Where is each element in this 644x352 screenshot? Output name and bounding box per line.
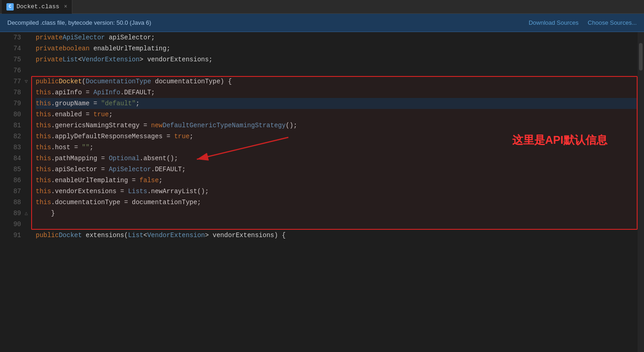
vertical-scrollbar[interactable] xyxy=(638,32,644,352)
fold-marker xyxy=(25,230,31,241)
code-line: private boolean enableUrlTemplating; xyxy=(36,43,638,54)
code-line xyxy=(36,219,638,230)
code-line: this.groupName = "default"; xyxy=(36,98,638,109)
line-number: 86 xyxy=(4,175,21,186)
scrollbar-thumb[interactable] xyxy=(639,43,643,70)
code-line: public Docket extensions(List<VendorExte… xyxy=(36,230,638,241)
code-line: this.enabled = true; xyxy=(36,109,638,120)
fold-marker xyxy=(25,164,31,175)
line-number: 89 xyxy=(4,208,21,219)
info-actions: Download Sources Choose Sources... xyxy=(529,19,637,26)
line-number: 82 xyxy=(4,131,21,142)
line-number: 73 xyxy=(4,32,21,43)
fold-marker xyxy=(25,153,31,164)
fold-marker xyxy=(25,131,31,142)
code-line xyxy=(36,65,638,76)
code-line: this.applyDefaultResponseMessages = true… xyxy=(36,131,638,142)
code-line: private List<VendorExtension> vendorExte… xyxy=(36,54,638,65)
fold-marker xyxy=(25,219,31,230)
code-line: private ApiSelector apiSelector; xyxy=(36,32,638,43)
fold-gutter: ▽△ xyxy=(25,32,31,352)
info-bar: Decompiled .class file, bytecode version… xyxy=(0,14,644,32)
code-wrapper: 73747576777879808182838485868788899091 ▽… xyxy=(0,32,644,352)
line-number: 78 xyxy=(4,87,21,98)
code-line: this.documentationType = documentationTy… xyxy=(36,197,638,208)
code-line: this.genericsNamingStrategy = new Defaul… xyxy=(36,120,638,131)
fold-marker xyxy=(25,43,31,54)
fold-marker xyxy=(25,54,31,65)
fold-marker xyxy=(25,120,31,131)
code-line: public Docket(DocumentationType document… xyxy=(36,76,638,87)
line-number: 91 xyxy=(4,230,21,241)
tab-label: Docket.class xyxy=(16,3,60,10)
line-number: 76 xyxy=(4,65,21,76)
code-line: this.apiInfo = ApiInfo.DEFAULT; xyxy=(36,87,638,98)
code-area: 73747576777879808182838485868788899091 ▽… xyxy=(0,32,644,352)
tab-close-icon[interactable]: × xyxy=(64,4,67,10)
fold-marker xyxy=(25,197,31,208)
fold-marker xyxy=(25,65,31,76)
fold-marker: △ xyxy=(25,208,31,219)
line-number: 75 xyxy=(4,54,21,65)
choose-sources-link[interactable]: Choose Sources... xyxy=(588,19,637,26)
code-line: this.enableUrlTemplating = false; xyxy=(36,175,638,186)
line-numbers-col: 73747576777879808182838485868788899091 xyxy=(4,32,25,352)
fold-marker xyxy=(25,32,31,43)
line-number: 84 xyxy=(4,153,21,164)
line-number: 80 xyxy=(4,109,21,120)
line-number: 85 xyxy=(4,164,21,175)
line-number: 81 xyxy=(4,120,21,131)
download-sources-link[interactable]: Download Sources xyxy=(529,19,579,26)
line-number: 83 xyxy=(4,142,21,153)
code-line: this.apiSelector = ApiSelector.DEFAULT; xyxy=(36,164,638,175)
code-line: this.host = ""; xyxy=(36,142,638,153)
fold-marker xyxy=(25,87,31,98)
line-number: 88 xyxy=(4,197,21,208)
left-margin xyxy=(0,32,4,352)
fold-marker xyxy=(25,186,31,197)
line-number: 79 xyxy=(4,98,21,109)
code-line: this.pathMapping = Optional.absent(); xyxy=(36,153,638,164)
line-number: 74 xyxy=(4,43,21,54)
tab-bar: C Docket.class × xyxy=(0,0,644,14)
code-line: } xyxy=(36,208,638,219)
fold-marker xyxy=(25,109,31,120)
fold-marker xyxy=(25,98,31,109)
docket-tab[interactable]: C Docket.class × xyxy=(2,0,72,14)
fold-marker xyxy=(25,142,31,153)
line-number: 87 xyxy=(4,186,21,197)
code-line: this.vendorExtensions = Lists.newArrayLi… xyxy=(36,186,638,197)
tab-file-icon: C xyxy=(6,3,14,11)
code-main[interactable]: private ApiSelector apiSelector;private … xyxy=(31,32,638,352)
line-number: 90 xyxy=(4,219,21,230)
line-number: 77 xyxy=(4,76,21,87)
fold-marker xyxy=(25,175,31,186)
fold-marker: ▽ xyxy=(25,76,31,87)
decompiled-info-text: Decompiled .class file, bytecode version… xyxy=(7,19,151,26)
